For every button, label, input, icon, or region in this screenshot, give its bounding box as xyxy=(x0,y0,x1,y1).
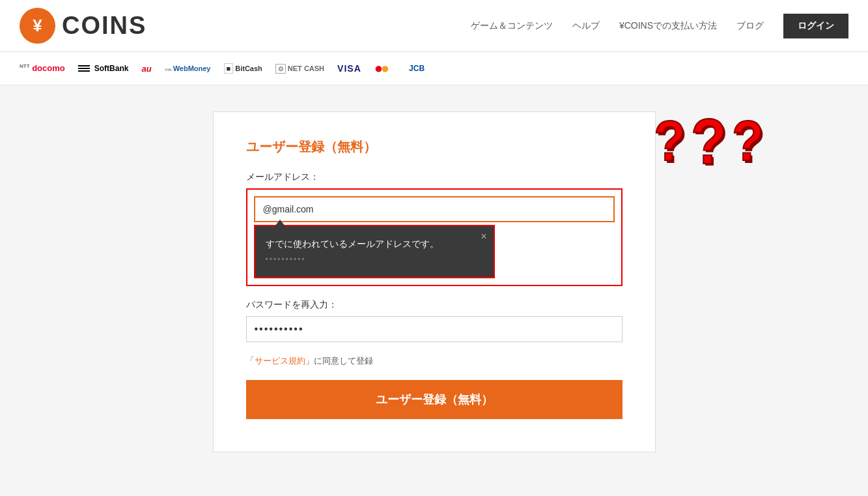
email-error-section: × すでに使われているメールアドレスです。 •••••••••• xyxy=(246,188,623,286)
payment-methods-bar: NTT docomo SoftBank au ᵥₘ WebMoney ■ Bit… xyxy=(0,52,868,85)
logo[interactable]: ¥ COINS xyxy=(20,8,147,44)
bitcash-logo: ■ BitCash xyxy=(224,65,262,72)
tooltip-container: × すでに使われているメールアドレスです。 •••••••••• xyxy=(254,225,615,278)
logo-icon: ¥ xyxy=(20,8,55,44)
register-button[interactable]: ユーザー登録（無料） xyxy=(246,380,623,419)
netcash-logo: ⊙ NET CASH xyxy=(275,65,324,72)
terms-post: 」に同意して登録 xyxy=(305,356,373,366)
terms-line: 「サービス規約」に同意して登録 xyxy=(246,355,623,367)
dots-underline: •••••••••• xyxy=(266,254,481,266)
nav-item-payment[interactable]: ¥COINSでの支払い方法 xyxy=(619,20,717,32)
q-mark-1: ? xyxy=(654,108,686,179)
docomo-logo: NTT docomo xyxy=(20,63,65,73)
yen-symbol: ¥ xyxy=(33,16,42,36)
main-content: ? ? ? ユーザー登録（無料） メールアドレス： × すでに使われているメール… xyxy=(0,85,868,478)
main-nav: ゲーム＆コンテンツ ヘルプ ¥COINSでの支払い方法 ブログ ログイン xyxy=(471,14,848,38)
nav-item-games[interactable]: ゲーム＆コンテンツ xyxy=(471,20,553,32)
error-tooltip: × すでに使われているメールアドレスです。 •••••••••• xyxy=(254,225,495,278)
header: ¥ COINS ゲーム＆コンテンツ ヘルプ ¥COINSでの支払い方法 ブログ … xyxy=(0,0,868,52)
password-reenter-label: パスワードを再入力： xyxy=(246,299,623,311)
email-field-label: メールアドレス： xyxy=(246,171,623,183)
jcb-logo: JCB xyxy=(409,64,425,73)
registration-form-card: ユーザー登録（無料） メールアドレス： × すでに使われているメールアドレスです… xyxy=(213,111,656,452)
nav-item-blog[interactable]: ブログ xyxy=(736,20,764,32)
terms-link[interactable]: サービス規約 xyxy=(255,356,305,366)
docomo-ntt: NTT xyxy=(20,63,30,69)
password-reenter-input[interactable] xyxy=(246,316,623,342)
softbank-logo: SoftBank xyxy=(78,64,129,73)
tooltip-close-button[interactable]: × xyxy=(481,231,486,242)
q-mark-2: ? xyxy=(691,105,727,179)
tooltip-message: すでに使われているメールアドレスです。 xyxy=(266,239,439,249)
terms-pre: 「 xyxy=(246,356,255,366)
webmoney-logo: ᵥₘ WebMoney xyxy=(165,65,211,72)
q-mark-3: ? xyxy=(732,108,764,179)
logo-text: COINS xyxy=(62,12,147,40)
login-button[interactable]: ログイン xyxy=(783,14,848,38)
email-field-wrap xyxy=(254,196,615,222)
nav-item-help[interactable]: ヘルプ xyxy=(572,20,600,32)
au-logo: au xyxy=(141,64,151,74)
mastercard-logo: ● ● xyxy=(374,60,389,77)
password-section: パスワードを再入力： xyxy=(246,299,623,342)
visa-logo: VISA xyxy=(337,63,361,74)
form-title: ユーザー登録（無料） xyxy=(246,138,623,156)
email-input[interactable] xyxy=(254,196,615,222)
question-marks-decoration: ? ? ? xyxy=(654,111,764,175)
